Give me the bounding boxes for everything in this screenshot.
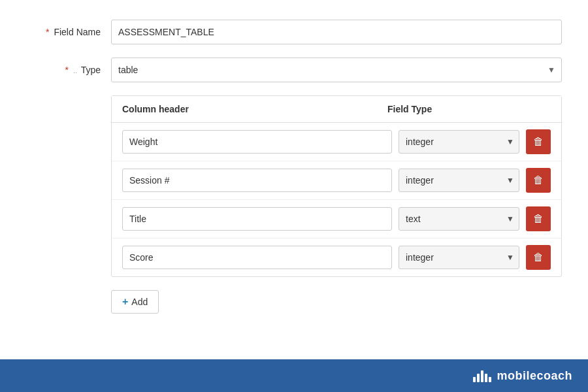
delete-row-button-2[interactable]: 🗑 [526,168,551,193]
table-row: integer text boolean decimal ▼ 🗑 [112,123,561,161]
type-dots: .. [73,67,77,74]
type-label-text: Type [81,65,101,75]
col-type-label: Field Type [387,104,518,114]
mobilecoach-logo-icon [473,369,491,382]
field-name-row: * Field Name [26,20,562,44]
delete-row-button-1[interactable]: 🗑 [526,129,551,154]
columns-table: Column header Field Type integer text bo… [111,95,562,277]
add-section: + Add [111,290,562,314]
field-name-label-text: Field Name [54,27,101,37]
footer: mobilecoach [0,359,588,392]
delete-row-button-4[interactable]: 🗑 [526,245,551,270]
field-type-select-wrapper-2: integer text boolean decimal ▼ [399,169,519,192]
col-header-label: Column header [122,104,387,114]
column-header-input-4[interactable] [122,246,392,269]
table-header: Column header Field Type [112,96,561,123]
field-name-required: * [46,27,49,37]
table-row: integer text boolean decimal ▼ 🗑 [112,238,561,276]
trash-icon-2: 🗑 [533,174,544,186]
delete-row-button-3[interactable]: 🗑 [526,206,551,231]
field-type-select-3[interactable]: integer text boolean decimal [399,207,519,231]
add-button-label: Add [131,297,148,307]
type-required: * [65,65,69,75]
column-header-input-2[interactable] [122,169,392,192]
main-content: * Field Name * .. Type table text intege… [0,0,588,359]
trash-icon-1: 🗑 [533,136,544,148]
type-select-wrapper: table text integer boolean ▼ [111,57,562,82]
type-label: * .. Type [26,65,111,75]
trash-icon-4: 🗑 [533,252,544,263]
field-name-input[interactable] [111,20,562,44]
type-row: * .. Type table text integer boolean ▼ [26,57,562,82]
field-type-select-wrapper-3: integer text boolean decimal ▼ [399,207,519,231]
field-name-label: * Field Name [26,27,111,37]
type-select[interactable]: table text integer boolean [111,57,562,82]
field-type-select-1[interactable]: integer text boolean decimal [399,130,519,154]
column-header-input-1[interactable] [122,130,392,154]
field-type-select-2[interactable]: integer text boolean decimal [399,169,519,192]
table-row: integer text boolean decimal ▼ 🗑 [112,200,561,238]
plus-icon: + [122,296,128,308]
table-row: integer text boolean decimal ▼ 🗑 [112,161,561,200]
add-column-button[interactable]: + Add [111,290,159,314]
field-type-select-wrapper-4: integer text boolean decimal ▼ [399,246,519,269]
trash-icon-3: 🗑 [533,213,544,225]
field-type-select-4[interactable]: integer text boolean decimal [399,246,519,269]
column-header-input-3[interactable] [122,207,392,231]
field-type-select-wrapper-1: integer text boolean decimal ▼ [399,130,519,154]
brand-name: mobilecoach [497,369,572,383]
